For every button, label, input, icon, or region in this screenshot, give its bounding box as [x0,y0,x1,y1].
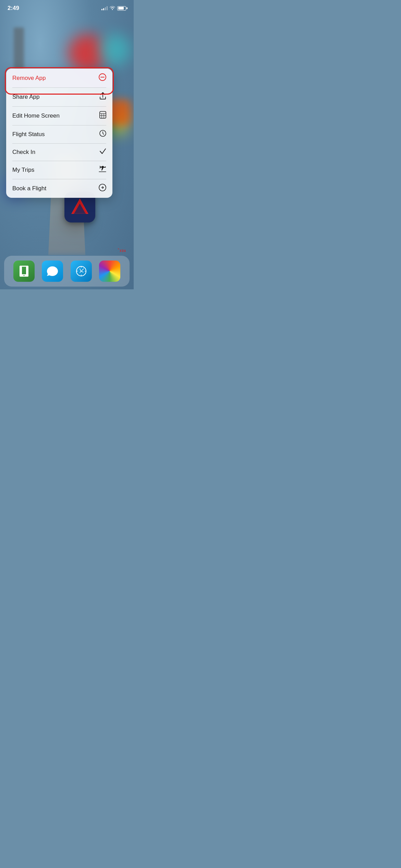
minus-circle-icon [99,73,106,83]
dock-icon-messages[interactable] [42,261,63,282]
edit-home-screen-label: Edit Home Screen [12,112,60,119]
book-flight-label: Book a Flight [12,185,46,192]
wifi-icon [110,6,115,11]
phone-icon [18,265,30,277]
menu-item-share-app[interactable]: Share App [6,87,112,106]
menu-item-remove-app[interactable]: Remove App [6,69,112,87]
dock-icon-phone[interactable] [13,261,35,282]
signal-bars-icon [101,6,108,10]
delta-logo-svg [70,197,90,217]
context-menu: Remove App Share App Edit Home Screen [6,69,112,198]
signal-bar-2 [103,8,104,10]
arrow-circle-icon [99,184,106,193]
flight-status-label: Flight Status [12,131,45,138]
share-app-label: Share App [12,94,39,100]
svg-rect-2 [100,111,106,118]
safari-icon [75,265,87,277]
checkmark-icon [99,148,106,156]
svg-rect-14 [119,249,119,249]
airplane-icon [99,166,106,174]
check-in-label: Check In [12,149,35,156]
menu-item-flight-status[interactable]: Flight Status [6,125,112,143]
status-time: 2:49 [8,5,19,12]
xda-logo: XDA [118,249,129,253]
my-trips-label: My Trips [12,167,34,173]
menu-item-book-flight[interactable]: Book a Flight [6,179,112,198]
xda-watermark: XDA [118,249,129,253]
battery-icon [117,6,126,11]
messages-icon [46,265,59,277]
bg-teal-blob [99,34,130,65]
signal-bar-4 [107,6,108,10]
dock-icon-safari[interactable] [71,261,92,282]
menu-item-my-trips[interactable]: My Trips [6,161,112,179]
context-menu-wrapper: Remove App Share App Edit Home Screen [6,69,112,198]
phone-grid-icon [99,111,106,120]
battery-fill [118,7,124,10]
signal-bar-1 [101,9,102,10]
remove-app-label: Remove App [12,75,46,82]
menu-item-check-in[interactable]: Check In [6,143,112,161]
clock-icon [99,130,106,138]
dock-icon-photos[interactable] [99,261,120,282]
dock [4,256,130,287]
status-bar: 2:49 [0,0,134,14]
signal-bar-3 [105,7,106,10]
svg-text:XDA: XDA [120,249,126,253]
status-icons [101,6,126,11]
svg-rect-13 [118,249,119,249]
share-icon [99,92,106,101]
menu-item-edit-home-screen[interactable]: Edit Home Screen [6,106,112,125]
